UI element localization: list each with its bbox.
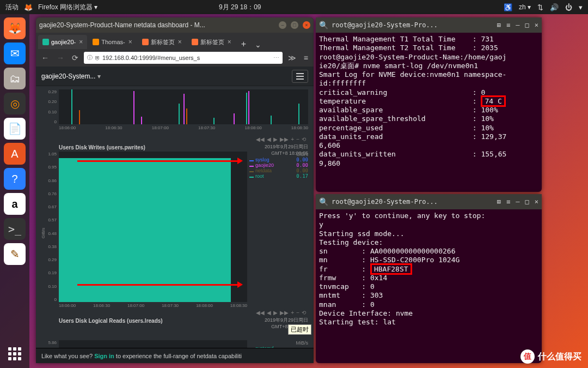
activities-button[interactable]: 活动 <box>5 3 19 12</box>
page-actions-overflow[interactable]: ≫ <box>286 53 298 62</box>
dock-files[interactable]: 🗂 <box>4 68 26 89</box>
dock-software[interactable]: A <box>4 143 26 165</box>
window-maximize[interactable]: □ <box>525 198 529 206</box>
control-ffwd[interactable]: ▶▶ <box>280 310 289 316</box>
window-title: gaojie20-System-Product-Name netdata das… <box>39 21 275 29</box>
close-icon[interactable]: × <box>79 38 83 46</box>
control-ffwd[interactable]: ▶▶ <box>280 136 289 142</box>
annotation-arrow-bottom <box>77 284 241 286</box>
control-back[interactable]: ◀ <box>267 136 271 142</box>
dock-help[interactable]: ? <box>4 168 26 190</box>
window-minimize[interactable]: – <box>279 21 286 29</box>
search-icon[interactable]: 🔍 <box>319 21 328 29</box>
tab-0[interactable]: gaojie20- × <box>38 35 87 49</box>
security-info-icon[interactable]: ⓘ <box>87 54 93 62</box>
close-icon[interactable]: × <box>178 38 182 46</box>
window-minimize[interactable]: – <box>516 21 519 29</box>
tab-2[interactable]: 新标签页 × <box>138 35 186 49</box>
new-tab-button[interactable]: + <box>237 39 250 49</box>
url-bar[interactable]: ⓘ ⛨ 192.168.0.40:19999/#menu_users_s ⋯ <box>84 52 283 64</box>
system-menu-caret[interactable]: ▾ <box>579 3 583 11</box>
terminal-line: y <box>319 220 538 229</box>
dock-thunderbird[interactable]: ✉ <box>4 43 26 64</box>
dock-amazon[interactable]: a <box>4 193 26 215</box>
legend-item[interactable]: root0.17 <box>249 173 308 179</box>
network-icon[interactable]: ⇅ <box>537 3 543 11</box>
terminal-titlebar[interactable]: 🔍 root@gaojie20-System-Pro... ⊞ ≡ – □ × <box>316 194 542 209</box>
firefox-titlebar[interactable]: gaojie20-System-Product-Name netdata das… <box>36 17 314 33</box>
legend-item[interactable]: systemd-... <box>249 346 308 348</box>
terminal-body[interactable]: Thermal Management T1 Total Time : 731Th… <box>316 33 542 192</box>
window-close[interactable]: × <box>535 198 538 206</box>
plot-area[interactable] <box>59 152 247 302</box>
chart-pwrites[interactable]: GiB/s 1.050.950.860.760.670.570.480.380.… <box>41 152 308 310</box>
control-rewind[interactable]: ◀◀ <box>256 136 265 142</box>
terminal-line: data_units_read : 129,37 <box>319 132 538 141</box>
spike <box>183 94 185 124</box>
control-zoomin[interactable]: + <box>291 310 294 316</box>
control-fwd[interactable]: ▶ <box>273 136 278 142</box>
chart-lreads[interactable]: 5.86 MiB/s systemd-...systemd-... <box>41 334 308 348</box>
window-minimize[interactable]: – <box>516 198 519 206</box>
show-applications[interactable] <box>4 343 26 365</box>
app-menu-button[interactable]: ≡ <box>302 53 310 62</box>
control-fwd[interactable]: ▶ <box>273 310 278 316</box>
search-icon[interactable]: 🔍 <box>319 197 328 206</box>
plot-area[interactable] <box>59 340 247 348</box>
control-reset[interactable]: ⟲ <box>302 310 306 316</box>
app-menu-label[interactable]: Firefox 网络浏览器 ▾ <box>38 3 97 12</box>
tab-overflow-button[interactable]: ⌄ <box>252 40 265 49</box>
terminal-line: fr : HBAF28ST <box>319 265 538 274</box>
control-zoomout[interactable]: − <box>296 310 299 316</box>
terminal-titlebar[interactable]: 🔍 root@gaojie20-System-Pro... ⊞ ≡ – □ × <box>316 17 542 33</box>
control-rewind[interactable]: ◀◀ <box>256 310 265 316</box>
terminal-line: mnan : 0 <box>319 300 538 309</box>
mini-chart[interactable]: 0.29 0.20 0.10 0 18:06:00 18:06:30 18:07… <box>41 89 308 132</box>
window-close[interactable]: × <box>535 21 538 29</box>
legend-item[interactable]: netdata0.00 <box>249 168 308 173</box>
control-back[interactable]: ◀ <box>267 310 271 316</box>
dock-firefox[interactable]: 🦊 <box>4 17 26 39</box>
back-button[interactable]: ← <box>39 53 51 62</box>
control-zoomin[interactable]: + <box>291 136 294 142</box>
dock-terminal[interactable]: >_ <box>4 218 26 240</box>
hostname-dropdown[interactable]: gaojie20-System... <box>41 73 101 80</box>
spike <box>298 104 299 124</box>
terminal-line: Testing device: <box>319 238 538 247</box>
new-tab-icon[interactable]: ⊞ <box>497 198 501 206</box>
plot-area[interactable] <box>59 89 308 124</box>
spike <box>179 104 180 124</box>
close-icon[interactable]: × <box>228 38 231 46</box>
menu-icon[interactable]: ≡ <box>506 198 510 206</box>
window-close[interactable]: × <box>303 21 310 29</box>
clock[interactable]: 9月 29 18：09 <box>219 3 261 12</box>
menu-icon[interactable]: ≡ <box>506 21 510 29</box>
chart-title-lreads: Users Disk Logical Reads (users.lreads) <box>59 318 163 324</box>
control-zoomout[interactable]: − <box>296 136 299 142</box>
menu-toggle[interactable] <box>292 70 308 83</box>
close-icon[interactable]: × <box>128 38 132 46</box>
tab-3[interactable]: 新标签页 × <box>187 35 236 49</box>
terminal-smartlog: 🔍 root@gaojie20-System-Pro... ⊞ ≡ – □ × … <box>316 17 542 192</box>
accessibility-icon[interactable]: ♿ <box>504 3 512 11</box>
terminal-body[interactable]: Press 'y' to continue, any key to stop:y… <box>316 209 542 363</box>
tab-strip: gaojie20- × Thomas- × 新标签页 × 新标签页 × + ⌄ <box>36 33 314 49</box>
legend-item[interactable]: syslog0.00 <box>249 157 308 162</box>
power-icon[interactable]: ⏻ <box>565 3 572 11</box>
signin-link[interactable]: Sign in <box>94 353 114 359</box>
control-reset[interactable]: ⟲ <box>302 136 306 142</box>
permission-icon[interactable]: ⛨ <box>95 55 100 61</box>
dock-writer[interactable]: 📄 <box>4 118 26 140</box>
legend-item[interactable]: gaojie200.00 <box>249 162 308 168</box>
window-maximize[interactable]: □ <box>525 21 529 29</box>
dock-notes[interactable]: ✎ <box>4 243 26 265</box>
window-maximize[interactable]: □ <box>291 21 298 29</box>
tab-1[interactable]: Thomas- × <box>88 35 136 49</box>
dock-rhythmbox[interactable]: ◎ <box>4 93 26 114</box>
new-tab-icon[interactable]: ⊞ <box>497 21 501 29</box>
spike <box>271 116 272 124</box>
input-method[interactable]: zh ▾ <box>519 3 531 11</box>
url-text: 192.168.0.40:19999/#menu_users_s <box>102 55 200 61</box>
reload-button[interactable]: ⟳ <box>70 53 81 62</box>
volume-icon[interactable]: 🔊 <box>550 3 559 11</box>
